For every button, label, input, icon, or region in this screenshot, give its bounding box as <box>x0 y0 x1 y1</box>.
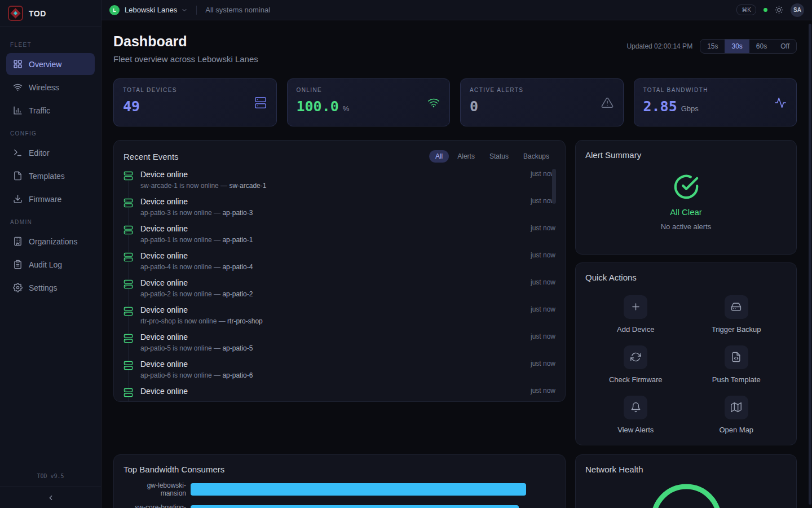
event-item-device-online[interactable]: Device online sw-arcade-1 is now online … <box>123 170 555 197</box>
sidebar-nav: FLEET Overview Wireless Traffic <box>0 27 101 466</box>
gauge-ring: 100 <box>648 481 724 508</box>
sidebar-section-config: CONFIG Editor Templates Firmware <box>6 130 95 210</box>
quick-action-add-device[interactable]: Add Device <box>585 289 686 339</box>
sidebar-item-traffic[interactable]: Traffic <box>6 99 95 121</box>
main-scrollbar-thumb[interactable] <box>809 24 811 505</box>
map-icon <box>731 402 742 413</box>
stat-card-total-bandwidth: TOTAL BANDWIDTH 2.85 Gbps <box>634 78 797 126</box>
org-avatar: L <box>109 5 120 15</box>
event-device-name: ap-patio-3 <box>222 209 253 217</box>
refresh-icon <box>630 352 641 362</box>
sidebar-item-label: Firmware <box>29 195 61 204</box>
tab-all[interactable]: All <box>429 150 449 163</box>
network-health-panel: Network Health 100 <box>575 454 797 508</box>
page-subtitle: Fleet overview across Lebowski Lanes <box>113 54 258 64</box>
sidebar-item-templates[interactable]: Templates <box>6 165 95 187</box>
sidebar-section-label: CONFIG <box>10 130 91 137</box>
event-item-device-online[interactable]: Device online ap-patio-5 is now online —… <box>123 332 555 360</box>
event-filter-tabs: AllAlertsStatusBackups <box>429 150 555 163</box>
event-time: just now <box>531 278 555 305</box>
refresh-option-30s[interactable]: 30s <box>725 40 749 53</box>
sidebar-item-label: Traffic <box>29 106 50 115</box>
event-item-device-online[interactable]: Device online ap-patio-4 is now online —… <box>123 251 555 278</box>
org-switcher[interactable]: Lebowski Lanes <box>125 6 177 14</box>
event-item-device-online[interactable]: Device online ap-patio-1 is now online —… <box>123 224 555 251</box>
event-time: just now <box>531 305 555 332</box>
stat-card-online: ONLINE 100.0 % <box>287 78 451 126</box>
quick-action-label: Push Template <box>712 375 761 384</box>
bandwidth-bar <box>191 505 519 508</box>
quick-action-open-map[interactable]: Open Map <box>686 389 787 440</box>
event-device-name: rtr-pro-shop <box>227 317 263 325</box>
refresh-option-60s[interactable]: 60s <box>749 40 774 53</box>
event-item-device-online[interactable]: Device online just now <box>123 387 555 402</box>
stat-unit: Gbps <box>681 104 699 113</box>
event-title: Device online <box>140 170 531 179</box>
quick-action-label: Check Firmware <box>609 375 663 384</box>
server-icon <box>123 225 133 235</box>
event-detail: ap-patio-5 is now online — ap-patio-5 <box>140 344 531 352</box>
quick-actions-title: Quick Actions <box>585 273 787 282</box>
logo-eye-shape <box>14 11 17 15</box>
bandwidth-bar <box>191 483 526 496</box>
page-title: Dashboard <box>113 33 258 50</box>
sidebar-item-settings[interactable]: Settings <box>6 277 95 299</box>
event-detail: ap-patio-2 is now online — ap-patio-2 <box>140 290 531 298</box>
event-time: just now <box>531 387 555 402</box>
quick-action-view-alerts[interactable]: View Alerts <box>585 389 686 440</box>
tab-alerts[interactable]: Alerts <box>451 150 481 163</box>
logo-row: TOD <box>0 0 101 27</box>
command-palette-shortcut[interactable]: ⌘K <box>736 5 756 15</box>
sidebar-item-organizations[interactable]: Organizations <box>6 230 95 252</box>
plus-icon <box>630 301 641 312</box>
refresh-option-15s[interactable]: 15s <box>700 40 725 53</box>
sidebar-collapse-button[interactable] <box>0 487 101 508</box>
quick-actions-panel: Quick Actions Add Device <box>575 262 797 445</box>
bandwidth-rows: gw-lebowski-mansion sw-core-bowling-alle… <box>123 481 555 508</box>
check-circle-icon <box>673 174 699 200</box>
event-detail: ap-patio-1 is now online — ap-patio-1 <box>140 236 531 244</box>
network-health-gauge: 100 <box>585 481 787 508</box>
topbar-actions: ⌘K SA <box>736 3 804 17</box>
sidebar-item-overview[interactable]: Overview <box>6 53 95 75</box>
event-device-name: ap-patio-5 <box>222 344 253 352</box>
recent-events-panel: Recent Events AllAlertsStatusBackups Dev… <box>113 140 566 402</box>
refresh-option-off[interactable]: Off <box>774 40 796 53</box>
theme-toggle-sun-icon[interactable] <box>775 6 783 14</box>
gear-icon <box>13 283 23 292</box>
event-item-device-online[interactable]: Device online rtr-pro-shop is now online… <box>123 305 555 332</box>
app-version: TOD v9.5 <box>0 466 101 487</box>
sidebar-item-label: Organizations <box>29 237 77 246</box>
chevron-down-icon[interactable] <box>181 7 188 14</box>
event-title: Device online <box>140 224 531 233</box>
tab-backups[interactable]: Backups <box>517 150 555 163</box>
event-device-name: ap-patio-4 <box>222 263 253 271</box>
quick-action-check-firmware[interactable]: Check Firmware <box>585 339 686 389</box>
quick-action-push-template[interactable]: Push Template <box>686 339 787 389</box>
stat-cards: TOTAL DEVICES 49 ONLINE 100.0 % ACTIVE A… <box>113 78 797 126</box>
event-item-device-online[interactable]: Device online ap-patio-6 is now online —… <box>123 360 555 387</box>
sidebar-item-label: Settings <box>29 283 58 292</box>
user-avatar[interactable]: SA <box>791 3 804 17</box>
server-icon <box>123 306 133 316</box>
server-icon <box>123 252 133 262</box>
tab-status[interactable]: Status <box>483 150 515 163</box>
sidebar-item-firmware[interactable]: Firmware <box>6 188 95 210</box>
server-icon <box>123 361 133 370</box>
grid-icon <box>13 59 23 69</box>
event-item-device-online[interactable]: Device online ap-patio-3 is now online —… <box>123 197 555 224</box>
alert-summary-panel: Alert Summary All Clear No active alerts <box>575 140 797 255</box>
event-detail: sw-arcade-1 is now online — sw-arcade-1 <box>140 182 531 190</box>
sidebar-item-audit-log[interactable]: Audit Log <box>6 253 95 275</box>
server-icon <box>254 97 267 109</box>
event-device-name: ap-patio-2 <box>222 290 253 298</box>
sidebar-item-wireless[interactable]: Wireless <box>6 76 95 98</box>
sidebar-item-editor[interactable]: Editor <box>6 142 95 164</box>
event-device-name: ap-patio-6 <box>222 371 253 379</box>
alert-status-text: All Clear <box>670 207 702 217</box>
chevron-left-icon <box>47 494 55 502</box>
events-scrollbar-thumb[interactable] <box>552 169 556 204</box>
bandwidth-device-name: gw-lebowski-mansion <box>123 481 191 497</box>
event-item-device-online[interactable]: Device online ap-patio-2 is now online —… <box>123 278 555 305</box>
quick-action-trigger-backup[interactable]: Trigger Backup <box>686 289 787 339</box>
